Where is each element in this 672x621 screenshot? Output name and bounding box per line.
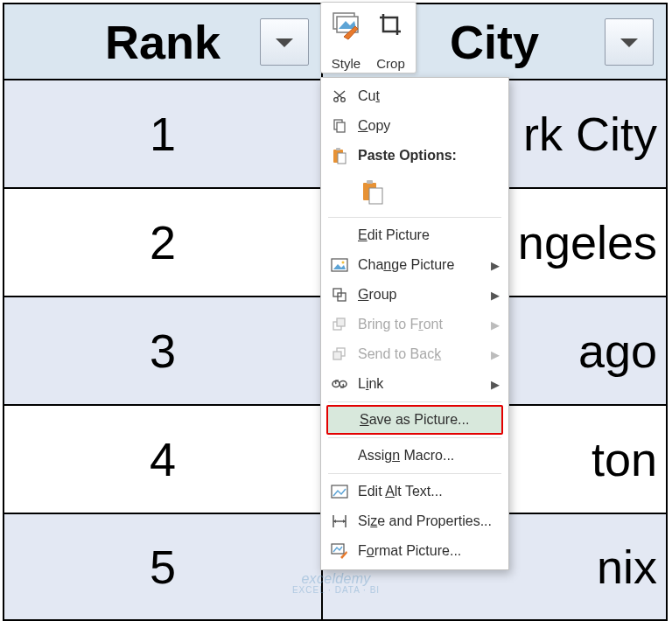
chevron-right-icon: ▶	[491, 348, 500, 361]
menu-copy[interactable]: Copy	[321, 111, 508, 141]
svg-point-17	[342, 262, 345, 264]
picture-style-icon	[331, 8, 362, 43]
alt-text-icon	[330, 482, 349, 501]
crop-icon	[378, 8, 404, 43]
header-label-city: City	[450, 15, 539, 69]
paste-picture-icon	[361, 179, 384, 206]
menu-label: Change Picture	[358, 257, 454, 273]
menu-label: Bring to Front	[358, 317, 443, 332]
menu-label: Edit Picture	[358, 227, 430, 243]
svg-rect-12	[338, 153, 346, 164]
style-label: Style	[332, 52, 360, 71]
menu-label: Cut	[358, 88, 380, 104]
svg-rect-14	[367, 180, 373, 184]
menu-separator	[328, 437, 501, 438]
menu-assign-macro[interactable]: Assign Macro...	[321, 441, 508, 471]
format-picture-icon	[330, 541, 349, 561]
menu-group[interactable]: Group ▶	[321, 280, 508, 310]
svg-marker-0	[276, 38, 293, 47]
menu-separator	[328, 217, 501, 218]
svg-marker-1	[620, 38, 638, 47]
menu-label: Link	[358, 376, 383, 392]
cell-rank[interactable]: 5	[4, 514, 323, 619]
menu-label: Paste Options:	[358, 148, 457, 164]
menu-change-picture[interactable]: Change Picture ▶	[321, 250, 508, 280]
menu-size-and-properties[interactable]: Size and Properties...	[321, 506, 508, 536]
svg-rect-9	[337, 122, 345, 132]
svg-rect-21	[337, 318, 345, 326]
menu-label: Save as Picture...	[360, 412, 469, 428]
menu-label: Format Picture...	[358, 543, 461, 559]
copy-icon	[330, 116, 349, 136]
paste-option-picture[interactable]	[358, 176, 388, 209]
menu-separator	[328, 401, 501, 402]
menu-separator	[328, 473, 501, 474]
picture-mini-toolbar: Style Crop	[320, 2, 416, 73]
chevron-right-icon: ▶	[491, 378, 500, 391]
filter-button-rank[interactable]	[260, 18, 309, 66]
menu-label: Edit Alt Text...	[358, 484, 443, 499]
menu-label: Size and Properties...	[358, 513, 492, 529]
size-properties-icon	[330, 512, 349, 531]
svg-rect-23	[333, 352, 341, 359]
crop-button[interactable]: Crop	[371, 8, 410, 71]
header-label-rank: Rank	[105, 15, 220, 69]
paste-options-row	[321, 171, 508, 214]
chevron-right-icon: ▶	[491, 259, 500, 272]
group-icon	[330, 285, 349, 304]
cell-rank[interactable]: 4	[4, 406, 323, 513]
menu-cut[interactable]: Cut	[321, 81, 508, 111]
menu-save-as-picture[interactable]: Save as Picture...	[326, 405, 503, 435]
menu-edit-picture[interactable]: Edit Picture	[321, 220, 508, 250]
picture-context-menu: Cut Copy Paste Options: Edit Picture Cha…	[320, 77, 509, 570]
svg-rect-15	[369, 188, 382, 204]
link-icon	[330, 374, 349, 394]
menu-send-to-back: Send to Back ▶	[321, 339, 508, 369]
menu-paste-options-header: Paste Options:	[321, 141, 508, 171]
menu-label: Send to Back	[358, 346, 441, 362]
menu-bring-to-front: Bring to Front ▶	[321, 310, 508, 339]
cell-rank[interactable]: 1	[4, 80, 323, 187]
filter-button-city[interactable]	[605, 18, 654, 66]
send-to-back-icon	[330, 345, 349, 364]
change-picture-icon	[330, 255, 349, 275]
menu-format-picture[interactable]: Format Picture...	[321, 536, 508, 566]
bring-to-front-icon	[330, 315, 349, 334]
crop-label: Crop	[376, 52, 405, 71]
menu-label: Assign Macro...	[358, 448, 454, 464]
clipboard-icon	[330, 146, 349, 165]
cell-rank[interactable]: 3	[4, 297, 323, 404]
chevron-right-icon: ▶	[491, 318, 500, 331]
style-button[interactable]: Style	[326, 8, 366, 71]
filter-dropdown-icon	[274, 35, 295, 49]
menu-link[interactable]: Link ▶	[321, 369, 508, 399]
scissors-icon	[330, 87, 349, 106]
menu-edit-alt-text[interactable]: Edit Alt Text...	[321, 477, 508, 506]
cell-rank[interactable]: 2	[4, 189, 323, 296]
svg-rect-11	[336, 148, 340, 150]
menu-label: Group	[358, 287, 396, 303]
filter-dropdown-icon	[619, 35, 640, 49]
header-cell-rank: Rank	[4, 4, 323, 79]
menu-label: Copy	[358, 118, 390, 134]
chevron-right-icon: ▶	[491, 289, 500, 302]
